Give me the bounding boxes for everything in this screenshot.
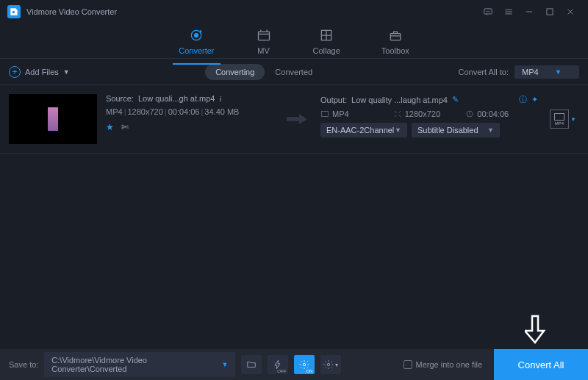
file-item: Source: Low quali...gh at.mp4 i MP4|1280… — [0, 85, 588, 154]
collage-icon — [318, 27, 334, 43]
svg-point-2 — [486, 11, 487, 12]
svg-point-4 — [490, 11, 490, 12]
svg-point-13 — [304, 363, 306, 366]
out-format: MP4 — [320, 110, 393, 118]
save-to-label: Save to: — [9, 360, 38, 369]
chevron-down-icon: ▼ — [63, 68, 70, 76]
arrow-icon — [282, 94, 312, 144]
output-format-tile[interactable]: MP4 ▼ — [547, 94, 579, 144]
source-meta: MP4|1280x720|00:04:06|34.40 MB — [106, 107, 273, 116]
chevron-down-icon: ▼ — [221, 361, 228, 368]
source-filename: Low quali...gh at.mp4 — [138, 94, 215, 103]
tab-converter[interactable]: Converter — [173, 24, 220, 58]
convert-all-button[interactable]: Convert All — [494, 349, 588, 380]
subtitle-select[interactable]: Subtitle Disabled▼ — [412, 123, 500, 137]
add-files-label: Add Files — [25, 68, 59, 76]
svg-rect-5 — [547, 9, 553, 15]
tab-label: MV — [257, 46, 270, 55]
plus-icon: + — [9, 66, 21, 78]
tab-label: Collage — [313, 46, 340, 55]
app-title: Vidmore Video Converter — [26, 7, 117, 16]
tab-collage[interactable]: Collage — [307, 24, 346, 58]
subtab-converting[interactable]: Converting — [205, 64, 265, 80]
audio-track-select[interactable]: EN-AAC-2Channel▼ — [320, 123, 407, 137]
output-format-select[interactable]: MP4 ▼ — [514, 65, 579, 79]
svg-point-7 — [195, 33, 198, 37]
format-value: MP4 — [522, 68, 539, 76]
main-tabs: Converter MV Collage Toolbox — [0, 24, 588, 59]
chevron-down-icon[interactable]: ▼ — [570, 116, 576, 123]
mv-icon — [256, 27, 272, 43]
svg-point-0 — [12, 11, 15, 13]
close-icon[interactable] — [560, 1, 581, 22]
toolbar: + Add Files ▼ Converting Converted Conve… — [0, 59, 588, 85]
info-icon[interactable]: ⓘ — [519, 94, 527, 105]
video-thumbnail[interactable] — [9, 94, 97, 144]
svg-rect-11 — [322, 112, 329, 117]
app-logo — [7, 5, 21, 18]
titlebar: Vidmore Video Converter — [0, 0, 588, 24]
source-info: Source: Low quali...gh at.mp4 i MP4|1280… — [106, 94, 273, 144]
cut-icon[interactable]: ✄ — [121, 122, 129, 132]
tab-label: Converter — [179, 46, 214, 55]
edit-icon[interactable]: ✎ — [452, 95, 459, 104]
out-duration: 00:04:06 — [465, 110, 538, 118]
tab-mv[interactable]: MV — [250, 24, 278, 58]
menu-icon[interactable] — [498, 1, 519, 22]
add-files-button[interactable]: + Add Files ▼ — [9, 66, 70, 78]
svg-rect-8 — [258, 32, 269, 40]
open-folder-button[interactable] — [241, 355, 262, 374]
enhance-icon[interactable]: ✦ — [531, 95, 538, 104]
save-path-select[interactable]: C:\Vidmore\Vidmore Video Converter\Conve… — [44, 352, 235, 377]
converter-icon — [188, 27, 204, 43]
merge-checkbox[interactable]: Merge into one file — [404, 360, 483, 369]
format-icon: MP4 — [550, 110, 569, 129]
subtab-converted[interactable]: Converted — [265, 64, 323, 80]
svg-point-14 — [328, 363, 331, 366]
source-prefix: Source: — [106, 94, 134, 103]
star-icon[interactable]: ★ — [106, 122, 114, 132]
merge-label: Merge into one file — [416, 360, 483, 369]
output-filename: Low quality ...laugh at.mp4 — [351, 96, 448, 104]
feedback-icon[interactable] — [478, 1, 498, 22]
checkbox-icon — [404, 360, 412, 369]
chevron-down-icon: ▼ — [555, 68, 562, 76]
output-prefix: Output: — [320, 96, 347, 104]
footer: Save to: C:\Vidmore\Vidmore Video Conver… — [0, 349, 588, 380]
tab-toolbox[interactable]: Toolbox — [376, 24, 415, 58]
tab-label: Toolbox — [381, 46, 409, 55]
out-resolution: 1280x720 — [393, 110, 466, 118]
hardware-accel-button[interactable]: OFF — [268, 355, 288, 374]
save-path-value: C:\Vidmore\Vidmore Video Converter\Conve… — [51, 356, 221, 373]
gpu-button[interactable]: ON — [294, 355, 315, 374]
svg-rect-10 — [390, 33, 400, 40]
convert-all-to-label: Convert All to: — [459, 68, 509, 76]
tutorial-arrow-icon — [525, 315, 545, 346]
output-info: Output: Low quality ...laugh at.mp4 ✎ ⓘ … — [320, 94, 538, 144]
maximize-icon[interactable] — [539, 1, 560, 22]
minimize-icon[interactable] — [519, 1, 539, 22]
settings-button[interactable]: ▾ — [320, 355, 341, 374]
toolbox-icon — [387, 27, 404, 43]
svg-point-3 — [488, 11, 489, 12]
subtabs: Converting Converted — [205, 64, 323, 80]
info-icon[interactable]: i — [220, 94, 222, 103]
